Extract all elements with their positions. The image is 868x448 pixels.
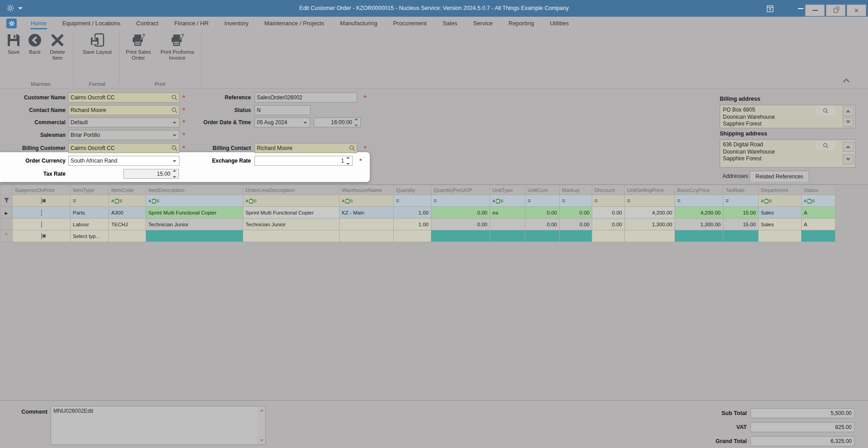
tab-addresses[interactable]: Addresses bbox=[717, 171, 754, 182]
tab-service[interactable]: Service bbox=[472, 18, 493, 29]
cell-quantityperuop[interactable]: 0.00 bbox=[431, 207, 490, 219]
tax-rate-spinner[interactable]: 15.00 bbox=[123, 169, 179, 179]
lookup-icon[interactable] bbox=[816, 141, 835, 150]
col-header-quantity[interactable]: Quantity bbox=[394, 185, 431, 195]
contact-name-field[interactable]: Richard Moore bbox=[68, 105, 179, 115]
print-sales-order-button[interactable]: ? Print Sales Order bbox=[121, 33, 156, 61]
exchange-rate-spinner[interactable]: 1 bbox=[255, 156, 353, 166]
order-date-dropdown[interactable]: 05 Aug 2024 bbox=[255, 117, 310, 127]
cell-markup[interactable]: 0.00 bbox=[560, 207, 592, 219]
cell-unitsellingprice[interactable]: 4,200.00 bbox=[625, 207, 675, 219]
billing-customer-field[interactable]: Cairns Oscroft CC bbox=[68, 143, 179, 153]
cell-baseccyprice[interactable]: 4,200.00 bbox=[675, 207, 723, 219]
filter-orderlinedescription[interactable] bbox=[243, 195, 340, 207]
cell-itemdescription[interactable]: Sprint Multi Functional Copier bbox=[146, 207, 243, 219]
spinner-arrows-icon[interactable] bbox=[345, 157, 351, 165]
cell-markup[interactable] bbox=[560, 230, 592, 242]
suppress-checkbox[interactable] bbox=[13, 207, 71, 219]
cell-itemcode[interactable]: A300 bbox=[109, 207, 146, 219]
print-proforma-invoice-button[interactable]: ? Print Proforma Invoice bbox=[157, 33, 197, 61]
col-header-itemcode[interactable]: ItemCode bbox=[109, 185, 146, 195]
filter-discount[interactable]: = bbox=[592, 195, 625, 207]
cell-discount[interactable]: 0.00 bbox=[592, 219, 625, 230]
cell-status[interactable]: A bbox=[802, 219, 835, 230]
filter-baseccyprice[interactable]: = bbox=[675, 195, 723, 207]
cell-unittype[interactable] bbox=[490, 230, 525, 242]
lookup-icon[interactable] bbox=[171, 107, 178, 113]
cell-orderlinedescription[interactable] bbox=[243, 230, 340, 242]
scroll-up-icon[interactable] bbox=[258, 407, 265, 414]
checkbox-indeterminate-icon[interactable] bbox=[41, 198, 42, 204]
filter-suppressonprint[interactable] bbox=[13, 195, 71, 207]
scroll-up-button[interactable] bbox=[843, 142, 854, 152]
tab-equipment-locations[interactable]: Equipment / Locations bbox=[62, 18, 121, 29]
billing-address-box[interactable]: PO Box 6805 Doonican Warehouse Sapphire … bbox=[720, 105, 855, 128]
filter-funnel-icon[interactable] bbox=[0, 195, 13, 207]
cell-warehousename[interactable]: KZ - Main bbox=[340, 207, 394, 219]
document-restore-button[interactable] bbox=[826, 5, 845, 16]
tab-inventory[interactable]: Inventory bbox=[224, 18, 249, 29]
tab-reporting[interactable]: Reporting bbox=[508, 18, 534, 29]
order-time-spinner[interactable]: 16:00:00 bbox=[314, 117, 361, 127]
cell-itemdescription[interactable]: Technician Junior bbox=[146, 219, 243, 230]
lookup-icon[interactable] bbox=[349, 145, 355, 151]
cell-status[interactable] bbox=[802, 230, 835, 242]
tab-related-references[interactable]: Related References bbox=[750, 171, 809, 182]
cell-unittype[interactable] bbox=[490, 219, 525, 230]
customer-name-field[interactable]: Cairns Oscroft CC bbox=[68, 93, 179, 103]
col-header-quantityperuop[interactable]: QuantityPerUOP bbox=[431, 185, 490, 195]
cell-quantity[interactable]: 1.00 bbox=[394, 219, 431, 230]
lookup-icon[interactable] bbox=[171, 94, 178, 101]
filter-quantityperuop[interactable]: = bbox=[431, 195, 490, 207]
app-menu-gear-icon[interactable] bbox=[6, 19, 17, 28]
filter-unitcost[interactable]: = bbox=[525, 195, 560, 207]
tab-maintenance-projects[interactable]: Maintenance / Projects bbox=[264, 18, 325, 29]
scroll-up-button[interactable] bbox=[843, 106, 854, 116]
cell-unitcost[interactable]: 0.00 bbox=[525, 207, 560, 219]
cell-warehousename[interactable] bbox=[340, 219, 394, 230]
cell-markup[interactable]: 0.00 bbox=[560, 219, 592, 230]
cell-itemdescription[interactable] bbox=[146, 230, 243, 242]
filter-itemcode[interactable] bbox=[109, 195, 146, 207]
checkbox-unchecked-icon[interactable] bbox=[41, 221, 42, 228]
filter-taxrate[interactable]: = bbox=[723, 195, 759, 207]
col-header-itemtype[interactable]: ItemType bbox=[71, 185, 109, 195]
salesman-dropdown[interactable]: Briar Portillo bbox=[68, 130, 179, 140]
cell-orderlinedescription[interactable]: Technician Junior bbox=[243, 219, 340, 230]
col-header-discount[interactable]: Discount bbox=[592, 185, 625, 195]
cell-quantity[interactable]: 1.00 bbox=[394, 207, 431, 219]
cell-baseccyprice[interactable] bbox=[675, 230, 723, 242]
col-header-suppressonprint[interactable]: SuppressOnPrint bbox=[13, 185, 71, 195]
lookup-icon[interactable] bbox=[171, 145, 178, 151]
cell-quantityperuop[interactable] bbox=[431, 230, 490, 242]
col-header-department[interactable]: Department bbox=[759, 185, 802, 195]
tab-contract[interactable]: Contract bbox=[136, 18, 159, 29]
scroll-down-button[interactable] bbox=[843, 154, 854, 164]
cell-itemtype[interactable]: Parts bbox=[71, 207, 109, 219]
col-header-warehousename[interactable]: WarehouseName bbox=[340, 185, 394, 195]
back-button[interactable]: Back bbox=[24, 33, 45, 55]
filter-itemdescription[interactable] bbox=[146, 195, 243, 207]
scroll-down-icon[interactable] bbox=[258, 437, 265, 444]
col-header-markup[interactable]: Markup bbox=[560, 185, 592, 195]
col-header-orderlinedescription[interactable]: OrderLineDescription bbox=[243, 185, 340, 195]
filter-status[interactable] bbox=[802, 195, 835, 207]
document-close-button[interactable]: ✕ bbox=[847, 5, 866, 16]
filter-quantity[interactable]: = bbox=[394, 195, 431, 207]
col-header-taxrate[interactable]: TaxRate bbox=[723, 185, 759, 195]
cell-itemcode[interactable]: TECHJ bbox=[109, 219, 146, 230]
cell-orderlinedescription[interactable]: Sprint Multi Functional Copier bbox=[243, 207, 340, 219]
checkbox-unchecked-icon[interactable] bbox=[41, 210, 42, 216]
cell-unitsellingprice[interactable]: 1,300.00 bbox=[625, 219, 675, 230]
shipping-address-box[interactable]: 636 Digital Road Doonican Warehouse Sapp… bbox=[720, 140, 855, 168]
cell-unitcost[interactable] bbox=[525, 230, 560, 242]
document-minimize-button[interactable] bbox=[805, 5, 825, 16]
tab-procurement[interactable]: Procurement bbox=[392, 18, 427, 29]
order-line-row[interactable]: Labour TECHJ Technician Junior Technicia… bbox=[0, 219, 835, 230]
window-minimize-button[interactable] bbox=[796, 4, 806, 13]
comment-scrollbar[interactable] bbox=[258, 406, 265, 444]
cell-warehousename[interactable] bbox=[340, 230, 394, 242]
filter-warehousename[interactable] bbox=[340, 195, 394, 207]
order-line-row[interactable]: ▶ Parts A300 Sprint Multi Functional Cop… bbox=[0, 207, 835, 219]
cell-unitcost[interactable]: 0.00 bbox=[525, 219, 560, 230]
